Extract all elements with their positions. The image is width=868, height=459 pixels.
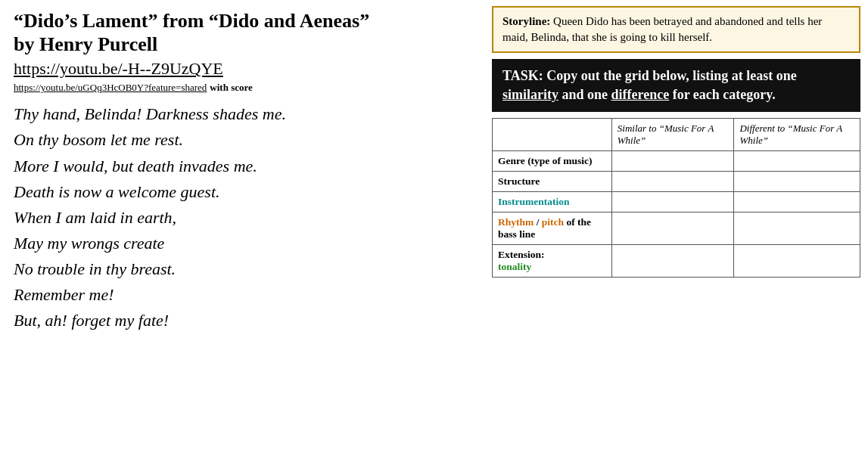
comparison-table: Similar to “Music For A While” Different…: [492, 118, 860, 278]
right-panel: Storyline: Queen Dido has been betrayed …: [484, 0, 868, 284]
row-different-cell: [734, 192, 860, 212]
table-header-different: Different to “Music For A While”: [734, 119, 860, 151]
with-score-label: with score: [210, 82, 252, 94]
row-different-cell: [734, 245, 860, 278]
storyline-box: Storyline: Queen Dido has been betrayed …: [492, 6, 860, 53]
row-label-cell: Structure: [493, 172, 612, 192]
link-row: https://youtu.be/uGQq3HcOB0Y?feature=sha…: [14, 82, 471, 94]
lyric-line: No trouble in thy breast.: [14, 256, 471, 282]
task-similarity: similarity: [502, 87, 558, 102]
row-label-cell: Genre (type of music): [493, 151, 612, 172]
lyric-line: Remember me!: [14, 282, 471, 308]
lyric-line: May my wrongs create: [14, 231, 471, 256]
row-label-cell: Rhythm / pitch of the bass line: [493, 212, 612, 245]
lyric-line: When I am laid in earth,: [14, 205, 471, 231]
task-text1: TASK: Copy out the grid below, listing a…: [502, 68, 797, 83]
row-similar-cell: [611, 212, 734, 245]
title-text: “Dido’s Lament” from “Dido and Aeneas”: [14, 10, 369, 32]
row-label-cell: Extension: tonality: [493, 245, 612, 278]
task-text2: and one: [558, 87, 611, 102]
row-similar-cell: [611, 192, 734, 212]
page-title: “Dido’s Lament” from “Dido and Aeneas” b…: [14, 9, 471, 56]
task-difference: difference: [611, 87, 670, 102]
secondary-link[interactable]: https://youtu.be/uGQq3HcOB0Y?feature=sha…: [14, 82, 207, 94]
table-row: Rhythm / pitch of the bass line: [493, 212, 860, 245]
lyric-line: Death is now a welcome guest.: [14, 179, 471, 205]
lyric-line: On thy bosom let me rest.: [14, 127, 471, 153]
task-box: TASK: Copy out the grid below, listing a…: [492, 59, 860, 112]
row-similar-cell: [611, 172, 734, 192]
primary-link[interactable]: https://youtu.be/-H--Z9UzQYE: [14, 59, 471, 79]
table-row: Genre (type of music): [493, 151, 860, 172]
table-header-similar: Similar to “Music For A While”: [611, 119, 734, 151]
task-text3: for each category.: [669, 87, 776, 102]
table-row: Extension: tonality: [493, 245, 860, 278]
table-row: Structure: [493, 172, 860, 192]
subtitle-text: by Henry Purcell: [14, 33, 157, 55]
storyline-text: Queen Dido has been betrayed and abandon…: [502, 15, 822, 43]
row-different-cell: [734, 151, 860, 172]
row-different-cell: [734, 172, 860, 192]
storyline-label: Storyline:: [502, 15, 550, 27]
row-similar-cell: [611, 151, 734, 172]
lyrics-block: Thy hand, Belinda! Darkness shades me.On…: [14, 101, 471, 333]
row-different-cell: [734, 212, 860, 245]
lyric-line: But, ah! forget my fate!: [14, 308, 471, 333]
row-similar-cell: [611, 245, 734, 278]
lyric-line: More I would, but death invades me.: [14, 154, 471, 179]
left-panel: “Dido’s Lament” from “Dido and Aeneas” b…: [0, 0, 484, 343]
table-header-empty: [493, 119, 612, 151]
table-row: Instrumentation: [493, 192, 860, 212]
lyric-line: Thy hand, Belinda! Darkness shades me.: [14, 101, 471, 127]
row-label-cell: Instrumentation: [493, 192, 612, 212]
